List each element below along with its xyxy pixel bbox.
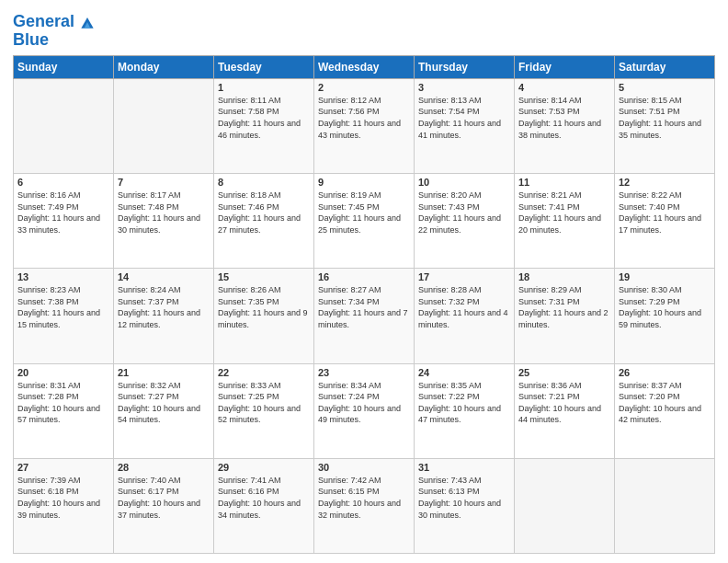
calendar-cell: 25Sunrise: 8:36 AMSunset: 7:21 PMDayligh… [515, 363, 615, 458]
calendar-week-5: 27Sunrise: 7:39 AMSunset: 6:18 PMDayligh… [14, 458, 715, 553]
day-number: 1 [218, 82, 310, 93]
calendar-cell: 10Sunrise: 8:20 AMSunset: 7:43 PMDayligh… [415, 174, 515, 269]
calendar-cell: 21Sunrise: 8:32 AMSunset: 7:27 PMDayligh… [114, 363, 214, 458]
day-info: Sunrise: 8:34 AMSunset: 7:24 PMDaylight:… [318, 380, 410, 426]
day-info: Sunrise: 8:32 AMSunset: 7:27 PMDaylight:… [118, 380, 210, 426]
day-number: 13 [17, 271, 109, 282]
day-info: Sunrise: 8:26 AMSunset: 7:35 PMDaylight:… [218, 284, 310, 330]
day-number: 9 [318, 177, 410, 188]
day-number: 6 [17, 177, 109, 188]
calendar-cell: 23Sunrise: 8:34 AMSunset: 7:24 PMDayligh… [314, 363, 415, 458]
calendar-cell: 15Sunrise: 8:26 AMSunset: 7:35 PMDayligh… [214, 269, 314, 363]
calendar-cell: 29Sunrise: 7:41 AMSunset: 6:16 PMDayligh… [214, 458, 314, 553]
day-number: 18 [518, 271, 610, 282]
day-number: 21 [118, 367, 210, 378]
day-info: Sunrise: 8:37 AMSunset: 7:20 PMDaylight:… [619, 380, 711, 426]
calendar-cell: 9Sunrise: 8:19 AMSunset: 7:45 PMDaylight… [314, 174, 415, 269]
weekday-header-tuesday: Tuesday [214, 55, 314, 78]
day-info: Sunrise: 8:30 AMSunset: 7:29 PMDaylight:… [619, 284, 711, 330]
calendar-week-1: 1Sunrise: 8:11 AMSunset: 7:58 PMDaylight… [14, 78, 715, 173]
day-number: 23 [318, 367, 410, 378]
day-info: Sunrise: 8:29 AMSunset: 7:31 PMDaylight:… [518, 284, 610, 330]
weekday-header-saturday: Saturday [615, 55, 715, 78]
day-number: 31 [418, 462, 510, 473]
page: General Blue SundayMondayTuesdayWednesda… [0, 0, 728, 563]
day-number: 25 [518, 367, 610, 378]
day-number: 15 [218, 271, 310, 282]
header: General Blue [13, 9, 715, 50]
weekday-header-monday: Monday [114, 55, 214, 78]
day-number: 3 [418, 82, 510, 93]
day-number: 10 [418, 177, 510, 188]
day-info: Sunrise: 8:22 AMSunset: 7:40 PMDaylight:… [619, 190, 711, 236]
day-info: Sunrise: 8:18 AMSunset: 7:46 PMDaylight:… [218, 190, 310, 236]
calendar-cell: 22Sunrise: 8:33 AMSunset: 7:25 PMDayligh… [214, 363, 314, 458]
calendar-week-3: 13Sunrise: 8:23 AMSunset: 7:38 PMDayligh… [14, 269, 715, 363]
calendar-cell [114, 78, 214, 173]
day-info: Sunrise: 8:17 AMSunset: 7:48 PMDaylight:… [118, 190, 210, 236]
calendar-cell: 24Sunrise: 8:35 AMSunset: 7:22 PMDayligh… [415, 363, 515, 458]
logo-blue-text: Blue [13, 31, 97, 50]
weekday-header-row: SundayMondayTuesdayWednesdayThursdayFrid… [14, 55, 715, 78]
weekday-header-friday: Friday [515, 55, 615, 78]
day-number: 5 [619, 82, 711, 93]
day-number: 26 [619, 367, 711, 378]
day-number: 24 [418, 367, 510, 378]
day-number: 27 [17, 462, 109, 473]
calendar-cell: 1Sunrise: 8:11 AMSunset: 7:58 PMDaylight… [214, 78, 314, 173]
day-number: 8 [218, 177, 310, 188]
day-info: Sunrise: 8:31 AMSunset: 7:28 PMDaylight:… [17, 380, 109, 426]
day-info: Sunrise: 8:23 AMSunset: 7:38 PMDaylight:… [17, 284, 109, 330]
day-number: 4 [518, 82, 610, 93]
day-info: Sunrise: 8:11 AMSunset: 7:58 PMDaylight:… [218, 95, 310, 141]
calendar-cell: 31Sunrise: 7:43 AMSunset: 6:13 PMDayligh… [415, 458, 515, 553]
weekday-header-wednesday: Wednesday [314, 55, 415, 78]
day-info: Sunrise: 8:13 AMSunset: 7:54 PMDaylight:… [418, 95, 510, 141]
day-number: 30 [318, 462, 410, 473]
day-number: 12 [619, 177, 711, 188]
calendar-cell: 8Sunrise: 8:18 AMSunset: 7:46 PMDaylight… [214, 174, 314, 269]
day-number: 20 [17, 367, 109, 378]
calendar-table: SundayMondayTuesdayWednesdayThursdayFrid… [13, 55, 715, 554]
logo: General Blue [13, 13, 97, 50]
calendar-cell: 28Sunrise: 7:40 AMSunset: 6:17 PMDayligh… [114, 458, 214, 553]
day-number: 22 [218, 367, 310, 378]
day-info: Sunrise: 8:20 AMSunset: 7:43 PMDaylight:… [418, 190, 510, 236]
logo-text: General [13, 13, 74, 31]
day-info: Sunrise: 8:33 AMSunset: 7:25 PMDaylight:… [218, 380, 310, 426]
calendar-cell: 14Sunrise: 8:24 AMSunset: 7:37 PMDayligh… [114, 269, 214, 363]
calendar-cell: 7Sunrise: 8:17 AMSunset: 7:48 PMDaylight… [114, 174, 214, 269]
day-info: Sunrise: 8:36 AMSunset: 7:21 PMDaylight:… [518, 380, 610, 426]
calendar-cell: 12Sunrise: 8:22 AMSunset: 7:40 PMDayligh… [615, 174, 715, 269]
day-number: 19 [619, 271, 711, 282]
day-info: Sunrise: 8:21 AMSunset: 7:41 PMDaylight:… [518, 190, 610, 236]
calendar-cell: 5Sunrise: 8:15 AMSunset: 7:51 PMDaylight… [615, 78, 715, 173]
day-info: Sunrise: 8:15 AMSunset: 7:51 PMDaylight:… [619, 95, 711, 141]
day-number: 11 [518, 177, 610, 188]
calendar-cell: 4Sunrise: 8:14 AMSunset: 7:53 PMDaylight… [515, 78, 615, 173]
weekday-header-sunday: Sunday [14, 55, 114, 78]
day-info: Sunrise: 8:19 AMSunset: 7:45 PMDaylight:… [318, 190, 410, 236]
calendar-cell: 18Sunrise: 8:29 AMSunset: 7:31 PMDayligh… [515, 269, 615, 363]
calendar-week-2: 6Sunrise: 8:16 AMSunset: 7:49 PMDaylight… [14, 174, 715, 269]
day-number: 14 [118, 271, 210, 282]
calendar-cell: 16Sunrise: 8:27 AMSunset: 7:34 PMDayligh… [314, 269, 415, 363]
calendar-cell: 2Sunrise: 8:12 AMSunset: 7:56 PMDaylight… [314, 78, 415, 173]
calendar-cell: 26Sunrise: 8:37 AMSunset: 7:20 PMDayligh… [615, 363, 715, 458]
calendar-cell: 17Sunrise: 8:28 AMSunset: 7:32 PMDayligh… [415, 269, 515, 363]
calendar-cell [615, 458, 715, 553]
day-info: Sunrise: 7:42 AMSunset: 6:15 PMDaylight:… [318, 475, 410, 521]
day-number: 17 [418, 271, 510, 282]
day-number: 28 [118, 462, 210, 473]
day-info: Sunrise: 8:24 AMSunset: 7:37 PMDaylight:… [118, 284, 210, 330]
calendar-cell: 11Sunrise: 8:21 AMSunset: 7:41 PMDayligh… [515, 174, 615, 269]
calendar-cell: 19Sunrise: 8:30 AMSunset: 7:29 PMDayligh… [615, 269, 715, 363]
day-info: Sunrise: 8:35 AMSunset: 7:22 PMDaylight:… [418, 380, 510, 426]
calendar-cell: 30Sunrise: 7:42 AMSunset: 6:15 PMDayligh… [314, 458, 415, 553]
day-info: Sunrise: 8:16 AMSunset: 7:49 PMDaylight:… [17, 190, 109, 236]
day-number: 2 [318, 82, 410, 93]
calendar-cell: 13Sunrise: 8:23 AMSunset: 7:38 PMDayligh… [14, 269, 114, 363]
calendar-cell [14, 78, 114, 173]
logo-icon [78, 13, 97, 31]
day-number: 16 [318, 271, 410, 282]
